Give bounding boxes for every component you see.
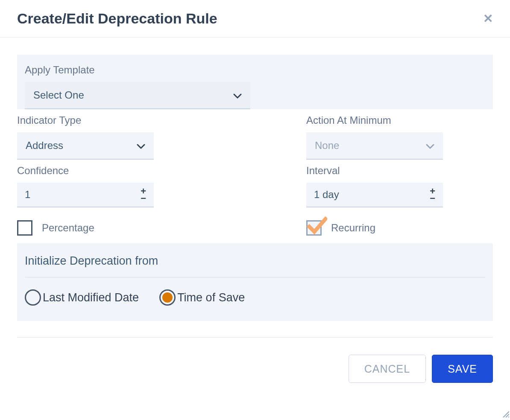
confidence-spinner[interactable]: 1 + − [17,183,154,207]
radio-last-modified[interactable]: Last Modified Date [25,289,139,306]
confidence-decrement[interactable]: − [141,195,146,201]
recurring-checkbox[interactable] [306,220,322,236]
cancel-button[interactable]: CANCEL [349,355,426,383]
radio-circle [159,289,176,306]
modal-footer: CANCEL SAVE [17,337,493,396]
confidence-value: 1 [25,189,30,201]
radio-time-of-save-label: Time of Save [177,291,245,304]
radio-circle [25,289,41,306]
action-at-minimum-select[interactable]: None [306,132,443,160]
radio-time-of-save[interactable]: Time of Save [159,289,245,306]
divider [25,277,485,277]
resize-handle-icon[interactable] [501,410,509,419]
form-grid: Indicator Type Address Action At Minimum… [17,114,493,236]
checkmark-icon [307,216,327,235]
spinner-buttons: + − [430,188,435,202]
modal-title: Create/Edit Deprecation Rule [17,10,217,27]
interval-value: 1 day [314,189,339,201]
percentage-label: Percentage [42,222,94,234]
confidence-label: Confidence [17,165,204,177]
indicator-type-value: Address [26,140,63,152]
initialize-section: Initialize Deprecation from Last Modifie… [17,243,493,321]
initialize-title: Initialize Deprecation from [25,254,485,268]
chevron-down-icon [233,93,242,98]
modal-header: Create/Edit Deprecation Rule ✕ [0,0,510,38]
action-at-minimum-field: Action At Minimum None [306,114,493,160]
radio-last-modified-label: Last Modified Date [43,291,139,304]
svg-line-2 [508,417,509,417]
interval-label: Interval [306,165,493,177]
action-at-minimum-label: Action At Minimum [306,114,493,126]
template-section: Apply Template Select One [17,55,493,109]
indicator-type-field: Indicator Type Address [17,114,204,160]
recurring-row: Recurring [306,220,493,236]
indicator-type-label: Indicator Type [17,114,204,126]
interval-decrement[interactable]: − [430,195,435,201]
percentage-row: Percentage [17,220,204,236]
chevron-down-icon [426,143,434,148]
deprecation-rule-modal: Create/Edit Deprecation Rule ✕ Apply Tem… [0,0,510,396]
modal-body: Apply Template Select One Indicator Type… [0,38,510,330]
indicator-type-select[interactable]: Address [17,132,154,160]
recurring-label: Recurring [331,222,375,234]
interval-field: Interval 1 day + − [306,165,493,207]
spinner-buttons: + − [141,188,146,202]
action-at-minimum-value: None [315,140,339,152]
save-button[interactable]: SAVE [432,355,493,383]
close-icon[interactable]: ✕ [483,12,493,26]
chevron-down-icon [137,143,145,148]
interval-spinner[interactable]: 1 day + − [306,183,443,207]
apply-template-select[interactable]: Select One [25,82,250,109]
confidence-field: Confidence 1 + − [17,165,204,207]
apply-template-label: Apply Template [25,64,485,76]
radio-row: Last Modified Date Time of Save [25,289,485,306]
apply-template-value: Select One [33,89,84,101]
percentage-checkbox[interactable] [17,220,32,236]
